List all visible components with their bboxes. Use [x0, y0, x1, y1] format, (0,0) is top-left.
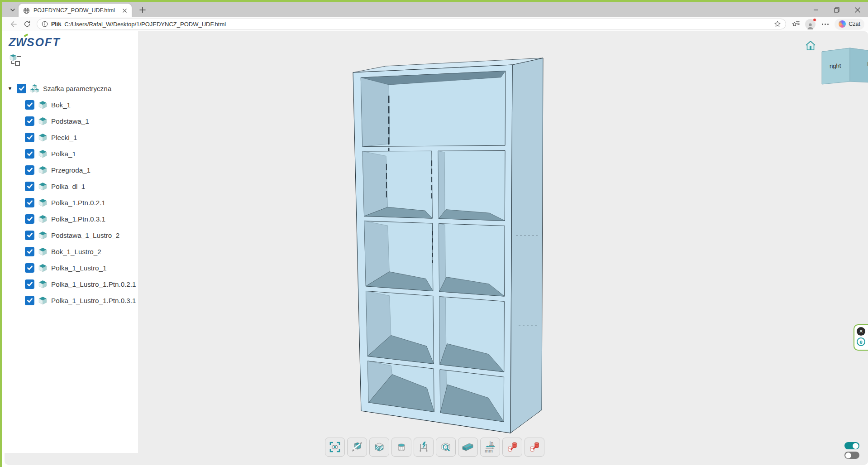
tree-item[interactable]: Bok_1_Lustro_2 [2, 243, 138, 260]
visibility-checkbox[interactable] [25, 296, 34, 305]
visibility-checkbox[interactable] [25, 247, 34, 256]
visibility-checkbox[interactable] [25, 165, 34, 175]
appearance-button[interactable] [391, 438, 411, 457]
plus-icon [139, 7, 146, 13]
copilot-button[interactable]: Czat [835, 19, 864, 30]
security-overlay-panel: ✕ e [854, 324, 868, 351]
tree-item-label: Plecki_1 [51, 134, 77, 141]
toggle-knob [845, 453, 851, 458]
section-view-icon [372, 440, 386, 454]
assembly-icon [30, 84, 39, 93]
visibility-checkbox[interactable] [25, 279, 34, 289]
state-forward-icon [528, 440, 541, 454]
tree-item[interactable]: Plecki_1 [2, 129, 138, 145]
appearance-icon [395, 440, 408, 454]
close-button[interactable] [847, 2, 868, 17]
tab-close-icon[interactable] [122, 8, 127, 13]
part-cube-icon [38, 214, 48, 224]
tree-item[interactable]: Polka_1_Lustro_1 [2, 260, 138, 276]
view-cube[interactable]: right b [819, 44, 868, 91]
visibility-checkbox[interactable] [25, 149, 34, 159]
url-text[interactable]: C:/Users/Rafal_W/Desktop/1/POJEDYNCZ_POD… [64, 21, 771, 28]
measure-button[interactable] [414, 438, 434, 457]
model-tree-toggle-button[interactable] [10, 53, 24, 67]
new-tab-button[interactable] [137, 5, 148, 14]
part-cube-icon [38, 247, 48, 256]
tree-item[interactable]: Polka_1.Ptn.0.3.1 [2, 211, 138, 227]
tree-item[interactable]: Polka_1_Lustro_1.Ptn.0.3.1 [2, 292, 138, 308]
visibility-checkbox[interactable] [25, 231, 34, 240]
svg-text:mm: mm [485, 448, 493, 453]
tree-item-label: Podstawa_1 [51, 117, 89, 125]
restore-icon [834, 7, 839, 13]
part-cube-icon [38, 263, 48, 273]
part-cube-icon [38, 279, 48, 289]
visibility-checkbox[interactable] [25, 133, 34, 142]
tree-item[interactable]: Podstawa_1 [2, 113, 138, 129]
security-frame-left [0, 0, 2, 467]
tree-item-label: Polka_1.Ptn.0.3.1 [51, 215, 105, 223]
window-controls [806, 2, 868, 17]
minimize-button[interactable] [806, 2, 826, 17]
solid-display-button[interactable] [458, 438, 478, 457]
home-view-icon[interactable] [805, 40, 816, 52]
tree-item[interactable]: Polka_dl_1 [2, 178, 138, 194]
part-cube-icon [38, 231, 48, 240]
tree-item-root[interactable]: ▼Szafka parametryczna [2, 80, 138, 96]
globe-icon [23, 7, 30, 14]
logo-soft: SOFT [27, 36, 61, 48]
display-toggle-on[interactable] [844, 442, 859, 449]
state-forward-button[interactable] [525, 438, 544, 457]
visibility-checkbox[interactable] [25, 214, 34, 224]
info-icon[interactable] [42, 21, 48, 27]
tree-item-label: Polka_dl_1 [51, 183, 85, 190]
visibility-checkbox[interactable] [25, 263, 34, 273]
tree-item[interactable]: Bok_1 [2, 96, 138, 113]
part-cube-icon [38, 165, 48, 175]
visibility-checkbox[interactable] [17, 84, 26, 93]
person-icon [806, 23, 814, 29]
browser-menu-button[interactable] [820, 24, 830, 25]
expander-icon[interactable]: ▼ [7, 86, 13, 91]
tree-item[interactable]: Przegroda_1 [2, 162, 138, 178]
solid-display-icon [461, 440, 475, 454]
cabinet-3d-model[interactable] [272, 54, 566, 448]
visibility-checkbox[interactable] [25, 198, 34, 207]
tab-search-button[interactable] [7, 5, 19, 15]
visibility-checkbox[interactable] [25, 100, 34, 110]
visibility-checkbox[interactable] [25, 182, 34, 191]
overlay-close-icon[interactable]: ✕ [857, 327, 865, 336]
viewcube-front-label[interactable]: right [830, 62, 841, 69]
screen: POJEDYNCZ_PODW_UDF.html Plik C:/Users/Ra… [0, 0, 868, 467]
close-icon [855, 7, 860, 13]
back-button[interactable] [8, 19, 18, 29]
profile-avatar[interactable] [805, 19, 816, 29]
tree-item[interactable]: Polka_1 [2, 145, 138, 162]
section-view-button[interactable] [369, 438, 389, 457]
minimize-icon [813, 7, 819, 13]
tree-item-label: Przegroda_1 [51, 166, 91, 174]
tree-item-label: Bok_1 [51, 101, 71, 109]
display-toggle-off[interactable] [844, 452, 859, 459]
address-bar[interactable]: Plik C:/Users/Rafal_W/Desktop/1/POJEDYNC… [37, 19, 786, 29]
tree-item[interactable]: Polka_1_Lustro_1.Ptn.0.2.1 [2, 276, 138, 292]
display-toggles [844, 442, 859, 459]
tree-item-label: Podstawa_1_Lustro_2 [51, 231, 119, 239]
model-tree: ▼Szafka parametrycznaBok_1Podstawa_1Plec… [2, 80, 138, 308]
tree-item[interactable]: Polka_1.Ptn.0.2.1 [2, 194, 138, 211]
eset-icon[interactable]: e [857, 337, 865, 346]
favorite-star-icon[interactable] [774, 20, 781, 28]
svg-text:in: in [490, 441, 494, 446]
explode-view-button[interactable] [347, 438, 367, 457]
zoom-area-button[interactable] [436, 438, 456, 457]
tree-item[interactable]: Podstawa_1_Lustro_2 [2, 227, 138, 243]
model-tree-sidebar: ZWSOFT ▼Szafka parametrycznaBok_1Podstaw… [2, 31, 138, 453]
units-switch-button[interactable]: inmm [480, 438, 500, 457]
visibility-checkbox[interactable] [25, 116, 34, 126]
fit-view-button[interactable] [325, 438, 345, 457]
restore-button[interactable] [826, 2, 847, 17]
browser-tab[interactable]: POJEDYNCZ_PODW_UDF.html [19, 4, 132, 17]
favorites-bar-button[interactable] [791, 19, 801, 29]
state-back-button[interactable] [502, 438, 522, 457]
refresh-button[interactable] [22, 19, 32, 29]
